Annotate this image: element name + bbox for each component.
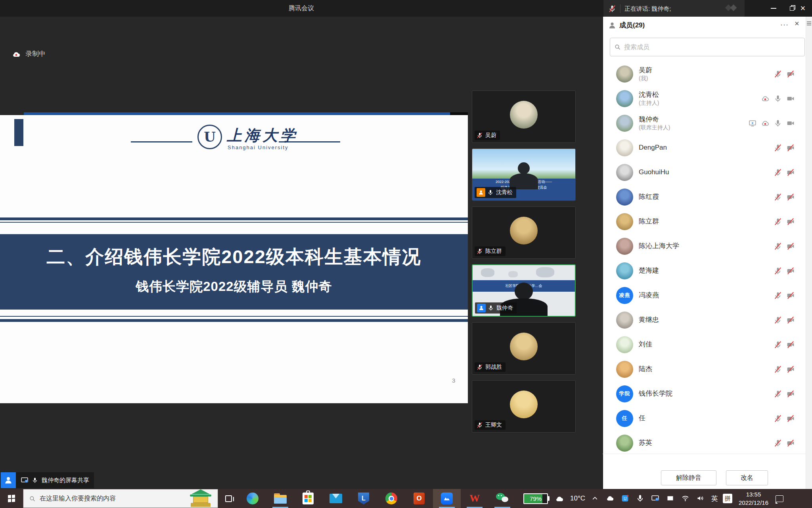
mic-on-icon[interactable]: [774, 119, 782, 127]
mic-muted-icon[interactable]: [774, 341, 782, 348]
mic-muted-icon[interactable]: [774, 70, 782, 78]
taskbar-app-wps-icon[interactable]: W: [461, 489, 488, 508]
member-row[interactable]: 陆杰: [603, 357, 806, 381]
taskbar-app-edge-icon[interactable]: [239, 489, 266, 508]
member-row[interactable]: 凌燕冯凌燕: [603, 283, 806, 308]
cam-muted-icon[interactable]: [787, 217, 795, 225]
cam-muted-icon[interactable]: [787, 70, 795, 78]
cam-muted-icon[interactable]: [787, 365, 795, 373]
member-row[interactable]: 陈立群: [603, 209, 806, 234]
start-button[interactable]: [0, 489, 23, 508]
screen-share-label-chip: 魏仲奇的屏幕共享: [16, 472, 94, 488]
cam-muted-icon[interactable]: [787, 144, 795, 152]
tray-wifi-icon[interactable]: [681, 494, 690, 503]
tray-tim-icon[interactable]: [621, 494, 630, 503]
cam-muted-icon[interactable]: [787, 439, 795, 447]
taskbar-app-chrome-icon[interactable]: [377, 489, 405, 508]
panel-close-button[interactable]: ×: [795, 19, 799, 28]
panel-menu-icon[interactable]: [807, 21, 811, 26]
mic-muted-icon[interactable]: [774, 390, 782, 398]
taskbar-app-wechat-icon[interactable]: [488, 489, 516, 508]
weather-widget[interactable]: 10°C: [555, 494, 585, 503]
member-row[interactable]: 陈沁上海大学: [603, 234, 806, 258]
rename-button[interactable]: 改名: [726, 470, 768, 485]
ime-indicator[interactable]: 拼: [723, 494, 732, 503]
mic-muted-icon[interactable]: [774, 267, 782, 275]
member-row[interactable]: 沈青松(主持人): [603, 86, 806, 111]
screen-share-icon[interactable]: [749, 119, 756, 127]
tray-rect-icon[interactable]: [666, 494, 675, 503]
cam-on-icon[interactable]: [787, 94, 795, 102]
screen-share-icon: [21, 476, 29, 484]
mic-muted-icon[interactable]: [774, 291, 782, 299]
notification-center-icon[interactable]: [776, 495, 783, 502]
member-row[interactable]: 任任: [603, 406, 806, 431]
mic-muted-icon[interactable]: [774, 316, 782, 324]
unmute-button[interactable]: 解除静音: [661, 470, 716, 485]
mic-muted-icon[interactable]: [774, 193, 782, 201]
cloud-rec-icon[interactable]: [761, 119, 769, 127]
cam-muted-icon[interactable]: [787, 193, 795, 201]
tray-volume-icon[interactable]: [696, 494, 705, 503]
mic-muted-icon[interactable]: [774, 242, 782, 250]
member-row[interactable]: DengPan: [603, 135, 806, 160]
taskbar-app-tencent-meeting-icon[interactable]: [433, 489, 461, 508]
video-tile[interactable]: 陈立群: [472, 206, 576, 259]
member-name: 陈立群: [639, 217, 659, 225]
member-row[interactable]: 陈红霞: [603, 185, 806, 209]
cam-muted-icon[interactable]: [787, 390, 795, 398]
cam-muted-icon[interactable]: [787, 168, 795, 176]
tray-cast-icon[interactable]: [651, 494, 660, 503]
taskbar-app-file-explorer-icon[interactable]: [266, 489, 294, 508]
close-button[interactable]: ×: [794, 0, 812, 17]
taskbar-app-mail-icon[interactable]: [322, 489, 350, 508]
member-search-input[interactable]: [624, 44, 801, 51]
taskbar-app-office-icon[interactable]: O: [405, 489, 433, 508]
tray-mic-on-icon[interactable]: [636, 494, 645, 503]
minimize-button[interactable]: [764, 0, 783, 17]
member-row[interactable]: 楚海建: [603, 258, 806, 283]
member-row[interactable]: 学院钱伟长学院: [603, 381, 806, 406]
member-row[interactable]: 吴蔚(我): [603, 62, 806, 86]
video-tile[interactable]: 王卿文: [472, 380, 576, 433]
mic-muted-icon[interactable]: [774, 365, 782, 373]
language-indicator[interactable]: 英: [711, 494, 718, 503]
member-search-box[interactable]: [610, 38, 805, 56]
cam-muted-icon[interactable]: [787, 242, 795, 250]
cam-muted-icon[interactable]: [787, 316, 795, 324]
member-row[interactable]: 苏英: [603, 431, 806, 455]
mic-muted-icon[interactable]: [774, 144, 782, 152]
cloud-rec-icon[interactable]: [761, 94, 769, 102]
panel-more-button[interactable]: ···: [780, 21, 789, 29]
member-row[interactable]: 魏仲奇(联席主持人): [603, 111, 806, 135]
task-view-button[interactable]: [218, 489, 239, 508]
tray-cloud-icon[interactable]: [606, 494, 615, 503]
member-row[interactable]: GuohuiHu: [603, 160, 806, 185]
avatar: [616, 262, 633, 279]
video-tile[interactable]: 社区学院-钱伟长学…会 魏仲奇: [472, 264, 576, 317]
mic-muted-icon[interactable]: [774, 439, 782, 447]
screen-share-banner[interactable]: 魏仲奇的屏幕共享: [1, 472, 94, 488]
search-highlight-image[interactable]: [188, 489, 214, 508]
cam-muted-icon[interactable]: [787, 414, 795, 422]
video-tile[interactable]: 吴蔚: [472, 90, 576, 143]
cam-on-icon[interactable]: [787, 119, 795, 127]
mic-muted-icon[interactable]: [774, 217, 782, 225]
video-tile[interactable]: 2022-2023学年全程…系列活动——钱伟长学院本科…工作交流会 沈青松: [472, 148, 576, 201]
mic-muted-icon[interactable]: [774, 414, 782, 422]
clock[interactable]: 13:55 2022/12/16: [739, 490, 768, 507]
cam-muted-icon[interactable]: [787, 291, 795, 299]
cam-muted-icon[interactable]: [787, 267, 795, 275]
mic-muted-icon[interactable]: [774, 168, 782, 176]
battery-indicator[interactable]: 79%: [523, 493, 550, 504]
member-row[interactable]: 刘佳: [603, 332, 806, 357]
taskbar-app-store-icon[interactable]: [294, 489, 322, 508]
panel-scrollbar[interactable]: [806, 17, 812, 489]
mic-on-icon[interactable]: [774, 94, 782, 102]
taskbar-search[interactable]: 在这里输入你要搜索的内容: [23, 489, 218, 508]
tray-chevron-up-icon[interactable]: [591, 494, 599, 503]
video-tile[interactable]: 郭战胜: [472, 322, 576, 375]
member-row[interactable]: 黄继忠: [603, 308, 806, 332]
taskbar-app-lenovo-icon[interactable]: L: [350, 489, 377, 508]
cam-muted-icon[interactable]: [787, 341, 795, 348]
